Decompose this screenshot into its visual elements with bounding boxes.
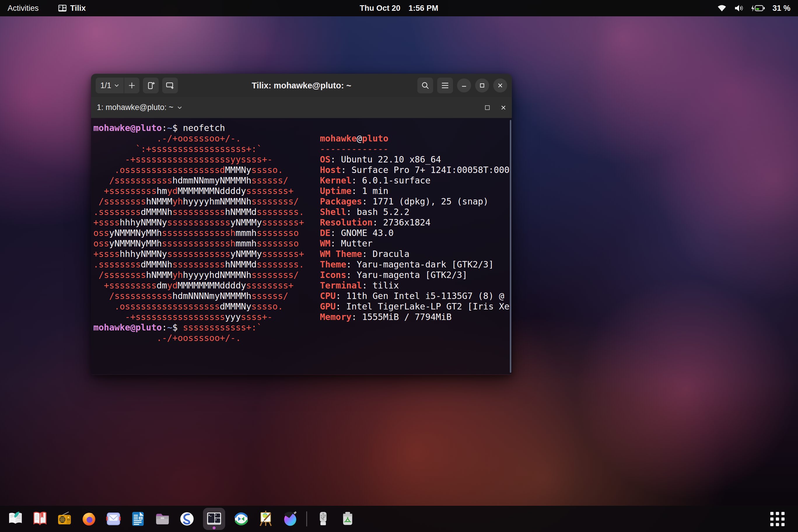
writer-document-icon <box>130 510 147 527</box>
add-terminal-right-button[interactable] <box>143 78 159 93</box>
tab-maximize-icon[interactable] <box>484 105 490 111</box>
terminal-row: /sssssssshNMMMyhhyyyyhmNMMMNhssssssss/ P… <box>93 196 512 207</box>
battery-percent: 31 % <box>772 4 791 13</box>
terminal-row: +ssssssssshmydMMMMMMMNddddyssssssss+ Upt… <box>93 186 512 196</box>
dock-item-writer-document[interactable] <box>130 510 147 527</box>
tab-bar: 1: mohawke@pluto: ~ <box>91 97 512 118</box>
terminal-row: +sssshhhyNMMNyssssssssssssyNMMMysssssss+… <box>93 217 512 228</box>
dock-separator <box>306 511 307 527</box>
terminal[interactable]: mohawke@pluto:~$ neofetch .-/+oossssoo+/… <box>91 118 512 375</box>
focused-app-name: Tilix <box>70 4 86 13</box>
terminal-row: ossyNMMMNyMMhssssssssssssshmmmhssssssso … <box>93 228 512 238</box>
terminal-output: mohawke@pluto:~$ neofetch .-/+oossssoo+/… <box>93 123 512 343</box>
mail-icon <box>105 510 122 527</box>
terminal-row: ossyNMMMNyMMhssssssssssssshmmmhssssssso … <box>93 238 512 249</box>
dock-item-krita[interactable] <box>282 510 299 527</box>
dock-item-ebook-library[interactable] <box>32 510 49 527</box>
tilix-icon <box>206 510 223 527</box>
dock-item-trash[interactable] <box>339 510 356 527</box>
session-indicator: 1/1 <box>100 81 111 90</box>
terminal-row: /ssssssssssshdmmNNmmyNMMMMhssssss/ Kerne… <box>93 175 512 186</box>
terminal-row: `:+ssssssssssssssssss+:` ------------- <box>93 144 512 154</box>
focused-app-indicator[interactable]: Tilix <box>58 4 86 13</box>
session-switcher[interactable]: 1/1 <box>96 78 139 93</box>
terminal-row: /ssssssssssshdmNNNNmyNMMMMhssssss/ CPU: … <box>93 291 512 301</box>
terminal-row: .-/+oossssoo+/-. <box>93 333 512 343</box>
add-terminal-right-icon <box>147 81 155 90</box>
close-icon <box>498 83 503 88</box>
terminal-row: .-/+oossssoo+/-. mohawke@pluto <box>93 133 512 144</box>
volume-icon <box>734 4 744 12</box>
new-session-button[interactable] <box>124 78 139 93</box>
terminal-row: .ossssssssssssssssssdMMMNysssso. Host: S… <box>93 165 512 175</box>
tab-close-icon[interactable] <box>501 105 506 110</box>
dock <box>0 506 798 532</box>
battery-charging-icon <box>751 4 765 13</box>
terminal-row: mohawke@pluto:~$ ssssssssssss+:` <box>93 322 512 333</box>
hamburger-menu-icon <box>441 82 449 89</box>
tilix-window: 1/1 <box>91 74 512 375</box>
firefox-icon <box>80 510 97 527</box>
maximize-icon <box>479 83 485 88</box>
ebook-library-icon <box>32 510 49 527</box>
terminal-row: +sssshhhyNMMNyssssssssssssyNMMMysssssss+… <box>93 249 512 259</box>
search-button[interactable] <box>417 78 433 93</box>
book-reader-icon <box>7 510 24 527</box>
top-bar: Activities Tilix Thu Oct 20 1:56 PM <box>0 0 798 16</box>
dock-item-paint-easel[interactable] <box>257 510 274 527</box>
add-terminal-down-icon <box>166 81 174 90</box>
file-manager-icon <box>154 510 171 527</box>
usb-drive-icon <box>315 510 331 527</box>
terminal-row: .ssssssssdMMMNhsssssssssshNMMMdssssssss.… <box>93 207 512 217</box>
activities-button[interactable]: Activities <box>7 4 39 13</box>
terminal-row: .ossssssssssssssssssdMMMNysssso. GPU: In… <box>93 301 512 312</box>
paint-easel-icon <box>257 510 274 527</box>
simplenote-icon <box>178 510 195 527</box>
dock-item-file-manager[interactable] <box>154 510 171 527</box>
chevron-down-icon <box>177 106 182 109</box>
tab-terminal-1[interactable]: 1: mohawke@pluto: ~ <box>97 103 182 112</box>
terminal-row: /sssssssshNMMMyhhyyyyhdNMMMNhssssssss/ I… <box>93 270 512 280</box>
tilix-icon <box>58 4 67 12</box>
add-terminal-down-button[interactable] <box>162 78 178 93</box>
window-title: Tilix: mohawke@pluto: ~ <box>252 81 351 90</box>
terminal-scrollbar[interactable] <box>510 120 511 373</box>
show-applications-button[interactable] <box>770 512 784 526</box>
sync-tool-icon <box>233 510 250 527</box>
dock-item-sync-tool[interactable] <box>233 510 250 527</box>
terminal-row: -+sssssssssssssssssyyyssss+- Memory: 155… <box>93 312 512 322</box>
terminal-row: .ssssssssdMMMNhsssssssssshNMMMdssssssss.… <box>93 259 512 270</box>
tab-title-text: 1: mohawke@pluto: ~ <box>97 103 173 112</box>
chevron-down-icon <box>114 84 119 87</box>
terminal-row: -+ssssssssssssssssssyyssss+- OS: Ubuntu … <box>93 154 512 165</box>
plus-icon <box>129 82 135 89</box>
close-button[interactable] <box>493 78 507 93</box>
clock-date: Thu Oct 20 <box>360 4 400 13</box>
minimize-icon <box>461 83 467 88</box>
dock-item-usb-drive[interactable] <box>315 510 331 527</box>
wifi-icon <box>717 4 727 12</box>
menu-button[interactable] <box>437 78 453 93</box>
maximize-button[interactable] <box>475 78 489 93</box>
minimize-button[interactable] <box>457 78 471 93</box>
dock-item-radio[interactable] <box>56 510 73 527</box>
dock-item-tilix[interactable] <box>203 508 225 530</box>
terminal-row: mohawke@pluto:~$ neofetch <box>93 123 512 133</box>
title-bar[interactable]: 1/1 <box>91 74 512 97</box>
radio-icon <box>56 510 73 527</box>
running-indicator-dot <box>213 527 215 529</box>
system-status-area[interactable]: 31 % <box>717 4 791 13</box>
dock-item-simplenote[interactable] <box>178 510 195 527</box>
search-icon <box>421 81 430 90</box>
krita-icon <box>282 510 299 527</box>
trash-icon <box>339 510 356 527</box>
clock-time: 1:56 PM <box>408 4 438 13</box>
terminal-row: +sssssssssdmydMMMMMMMMddddyssssssss+ Ter… <box>93 280 512 291</box>
clock[interactable]: Thu Oct 20 1:56 PM <box>360 4 438 13</box>
dock-item-book-reader[interactable] <box>7 510 24 527</box>
dock-item-mail[interactable] <box>105 510 122 527</box>
dock-item-firefox[interactable] <box>80 510 97 527</box>
